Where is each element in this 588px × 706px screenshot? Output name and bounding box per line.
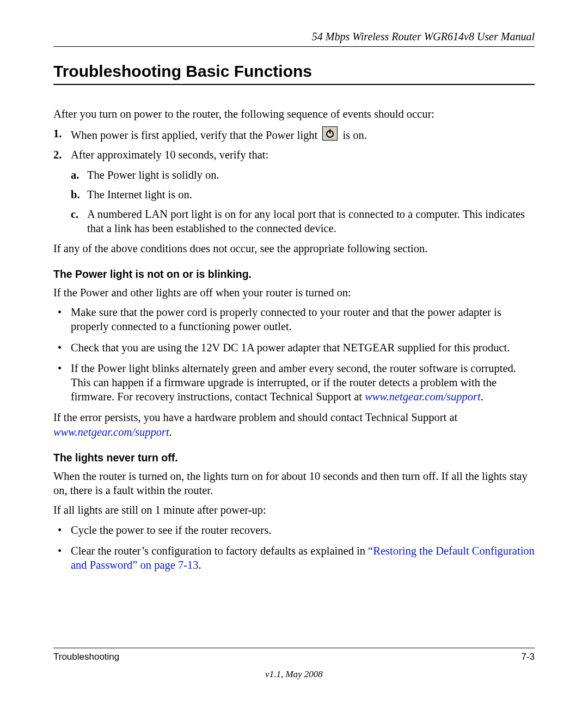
step-marker: 1. [53, 126, 62, 141]
step-marker: 2. [53, 148, 62, 162]
section2-bullets: Cycle the power to see if the router rec… [53, 523, 535, 573]
subheading-lights-off: The lights never turn off. [53, 451, 535, 465]
support-link[interactable]: www.netgear.com/support [53, 426, 169, 438]
substep-a: a. The Power light is solidly on. [71, 168, 535, 182]
step-2-text: After approximately 10 seconds, verify t… [71, 149, 268, 161]
substep-marker: a. [71, 168, 79, 182]
step-1-text-pre: When power is first applied, verify that… [71, 129, 320, 141]
substep-b-text: The Internet light is on. [87, 188, 192, 200]
numbered-steps: 1. When power is first applied, verify t… [53, 126, 535, 235]
manual-page: 54 Mbps Wireless Router WGR614v8 User Ma… [0, 0, 588, 706]
support-link[interactable]: www.netgear.com/support [365, 391, 481, 403]
step-1: 1. When power is first applied, verify t… [53, 126, 535, 142]
page-title: Troubleshooting Basic Functions [53, 62, 535, 81]
title-rule [53, 84, 535, 85]
list-item: Check that you are using the 12V DC 1A p… [53, 340, 535, 355]
bullet-text-post: . [199, 559, 201, 571]
section2-p2: If all lights are still on 1 minute afte… [53, 503, 535, 517]
step-1-text-post: is on. [342, 129, 366, 141]
power-icon [322, 126, 338, 141]
list-item: If the Power light blinks alternately gr… [53, 361, 535, 404]
intro-paragraph: After you turn on power to the router, t… [53, 107, 535, 121]
section1-bullets: Make sure that the power cord is properl… [53, 305, 535, 404]
substep-marker: b. [71, 187, 80, 202]
section2-p1: When the router is turned on, the lights… [53, 469, 535, 497]
substep-a-text: The Power light is solidly on. [87, 169, 219, 181]
substep-c: c. A numbered LAN port light is on for a… [71, 207, 535, 235]
footer-version: v1.1, May 2008 [53, 669, 535, 680]
substep-marker: c. [71, 207, 78, 221]
body-content: After you turn on power to the router, t… [53, 107, 535, 572]
substep-c-text: A numbered LAN port light is on for any … [87, 208, 525, 234]
substeps: a. The Power light is solidly on. b. The… [71, 168, 535, 236]
bullet-text-post: . [481, 391, 483, 403]
substep-b: b. The Internet light is on. [71, 187, 535, 202]
header-rule [53, 46, 535, 47]
tail-text-pre: If the error persists, you have a hardwa… [53, 411, 457, 423]
tail-text-post: . [169, 426, 172, 438]
footer-section-name: Troubleshooting [53, 652, 119, 662]
running-header: 54 Mbps Wireless Router WGR614v8 User Ma… [53, 31, 535, 43]
list-item: Clear the router’s configuration to fact… [53, 544, 535, 572]
after-steps-paragraph: If any of the above conditions does not … [53, 241, 535, 255]
footer-page-number: 7-3 [521, 652, 535, 662]
section1-lead: If the Power and other lights are off wh… [53, 285, 535, 300]
footer-rule [53, 648, 535, 648]
section1-tail: If the error persists, you have a hardwa… [53, 410, 535, 439]
bullet-text-pre: Clear the router’s configuration to fact… [71, 545, 368, 557]
list-item: Cycle the power to see if the router rec… [53, 523, 535, 537]
page-footer: Troubleshooting 7-3 v1.1, May 2008 [53, 648, 535, 680]
step-2: 2. After approximately 10 seconds, verif… [53, 148, 535, 235]
subheading-power-light: The Power light is not on or is blinking… [53, 267, 535, 281]
list-item: Make sure that the power cord is properl… [53, 305, 535, 333]
